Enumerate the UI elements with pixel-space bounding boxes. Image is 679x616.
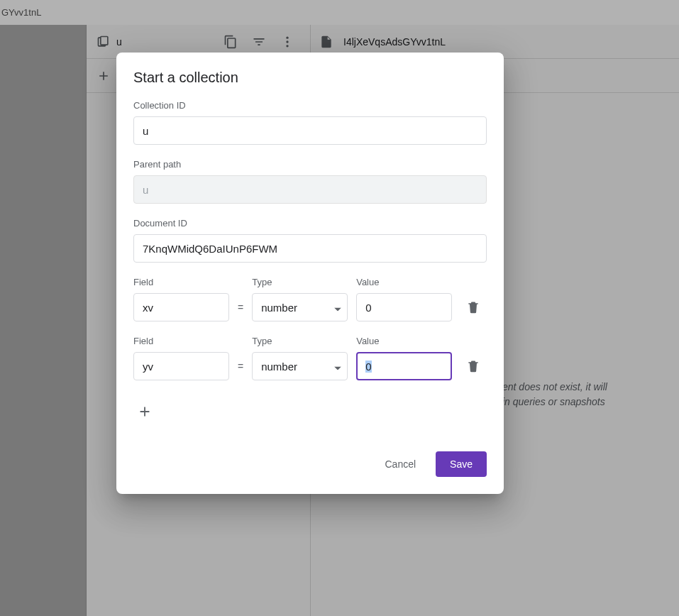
collection-id-label: Collection ID [133, 100, 487, 111]
field-row: Field = Type number Value 0 [133, 336, 487, 380]
add-field-button[interactable] [131, 397, 159, 426]
breadcrumb-tail: GYvv1tnL [1, 7, 41, 18]
delete-field-button[interactable] [460, 293, 486, 321]
document-id-label: Document ID [133, 218, 487, 229]
field-type-select[interactable]: number [252, 352, 348, 380]
field-name-input[interactable] [133, 293, 229, 321]
type-label: Type [252, 336, 348, 346]
parent-path-label: Parent path [133, 159, 487, 170]
cancel-button[interactable]: Cancel [370, 451, 430, 477]
field-name-input[interactable] [133, 352, 229, 380]
collection-id-input[interactable] [133, 116, 487, 145]
field-label: Field [133, 277, 229, 287]
value-label: Value [356, 336, 452, 346]
dialog-title: Start a collection [133, 70, 487, 86]
equals-sign: = [238, 293, 243, 321]
field-row: Field = Type number Value [133, 277, 487, 321]
value-label: Value [356, 277, 452, 287]
parent-path-input [133, 175, 487, 204]
chevron-down-icon [334, 302, 341, 314]
field-value-input[interactable] [356, 293, 452, 321]
chevron-down-icon [334, 361, 341, 373]
start-collection-dialog: Start a collection Collection ID Parent … [116, 53, 504, 494]
field-label: Field [133, 336, 229, 346]
type-label: Type [252, 277, 348, 287]
equals-sign: = [238, 352, 243, 380]
field-type-select[interactable]: number [252, 293, 348, 321]
document-id-input[interactable] [133, 234, 487, 263]
save-button[interactable]: Save [436, 451, 487, 477]
field-value-input[interactable]: 0 [356, 352, 452, 380]
delete-field-button[interactable] [460, 352, 486, 380]
